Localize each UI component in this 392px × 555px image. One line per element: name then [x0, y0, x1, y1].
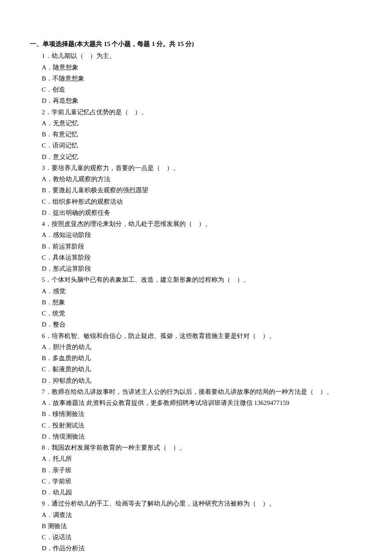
option-d: D．再造想象 [42, 95, 362, 106]
option-c: C．黏液质的幼儿 [42, 364, 362, 375]
option-a: A．随意想象 [42, 62, 362, 73]
question-stem: 6．培养机智、敏锐和自信心，防止疑虑、孤僻，这些教育措施主要是针对（ ）。 [42, 330, 362, 341]
option-b: B．移情测验法 [42, 408, 362, 419]
option-b: B．不随意想象 [42, 73, 362, 84]
option-d: D．形式运算阶段 [42, 263, 362, 274]
option-d: D．提出明确的观察任务 [42, 207, 362, 218]
option-a: A．感知运动阶段 [42, 229, 362, 240]
option-c: C．学前班 [42, 476, 362, 487]
option-d: D．意义记忆 [42, 151, 362, 162]
question-stem: 1．幼儿期以（ ）为主。 [42, 50, 362, 61]
option-a: A．调查法 [42, 509, 362, 520]
option-d: D．作品分析法 [42, 543, 362, 554]
option-a: A．托儿所 [42, 453, 362, 464]
option-b: B．有意记忆 [42, 129, 362, 140]
option-b: B．想象 [42, 297, 362, 308]
option-c: C．创造 [42, 84, 362, 95]
option-d: D．整合 [42, 319, 362, 330]
question-block: 1．幼儿期以（ ）为主。 A．随意想象 B．不随意想象 C．创造 D．再造想象 … [30, 50, 362, 554]
option-b: B．亲子班 [42, 465, 362, 476]
option-b: B．多血质的幼儿 [42, 353, 362, 364]
option-c: C．语词记忆 [42, 140, 362, 151]
option-a: A．感觉 [42, 286, 362, 297]
option-a: A．故事难题法 此资料云众教育提供，更多教师招聘考试培训班请关注微信 13629… [42, 397, 362, 408]
option-a: A．胆汁质的幼儿 [42, 341, 362, 353]
option-c: C．说话法 [42, 532, 362, 543]
question-stem: 4．按照皮亚杰的理论来划分，幼儿处于思维发展的（ ）。 [42, 218, 362, 229]
question-stem: 5．个体对头脑中已有的表象加工、改造，建立新形象的过程称为（ ）。 [42, 274, 362, 285]
option-d: D．抑郁质的幼儿 [42, 375, 362, 386]
option-d: D．情境测验法 [42, 431, 362, 442]
option-b: B．要激起儿童积极去观察的强烈愿望 [42, 185, 362, 196]
option-a: A．教给幼儿观察的方法 [42, 173, 362, 185]
question-stem: 3．要培养儿童的观察力，首要的一点是（ ）。 [42, 162, 362, 173]
option-d: D．幼儿园 [42, 487, 362, 498]
option-c: C．投射测试法 [42, 420, 362, 431]
option-b: B．前运算阶段 [42, 241, 362, 252]
question-stem: 2．学前儿童记忆占优势的是（ ）。 [42, 107, 362, 118]
question-stem: 9．通过分析幼儿的手工、绘画等去了解幼儿的心里，这种研究方法被称为（ ）。 [42, 498, 362, 509]
option-b: B 测验法 [42, 520, 362, 532]
section-title: 一、单项选择题(本大题共 15 个小题，每题 1 分。共 15 分) [30, 38, 362, 49]
option-a: A．无意记忆 [42, 118, 362, 129]
question-stem: 7．教师在给幼儿讲故事时，当讲述主人公的行为以后，接着要幼儿讲故事的结局的一种方… [42, 386, 362, 397]
option-c: C．统觉 [42, 308, 362, 319]
option-c: C．组织多种形式的观察活动 [42, 196, 362, 207]
option-c: C．具体运算阶段 [42, 252, 362, 263]
question-stem: 8．我国农村发展学前教育的一种主要形式（ ）。 [42, 442, 362, 453]
